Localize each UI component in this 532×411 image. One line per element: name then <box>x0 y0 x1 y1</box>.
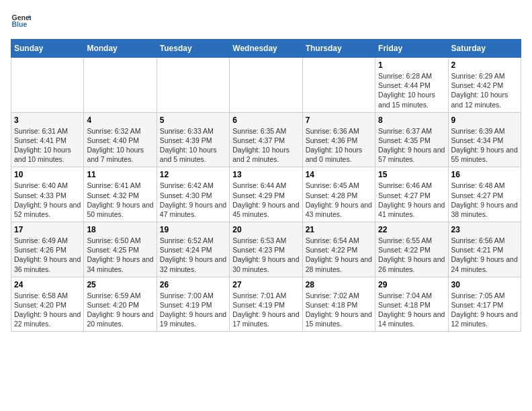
day-of-week-header: Sunday <box>11 40 84 58</box>
day-info: Sunrise: 6:55 AMSunset: 4:22 PMDaylight:… <box>378 236 445 274</box>
calendar-cell: 28Sunrise: 7:02 AMSunset: 4:18 PMDayligh… <box>302 277 375 332</box>
calendar-cell: 13Sunrise: 6:44 AMSunset: 4:29 PMDayligh… <box>230 167 302 222</box>
day-number: 3 <box>14 116 81 125</box>
calendar-cell: 12Sunrise: 6:42 AMSunset: 4:30 PMDayligh… <box>157 167 229 222</box>
day-number: 9 <box>451 116 518 125</box>
calendar-cell: 5Sunrise: 6:33 AMSunset: 4:39 PMDaylight… <box>157 112 229 167</box>
day-info: Sunrise: 6:42 AMSunset: 4:30 PMDaylight:… <box>160 181 226 219</box>
calendar-cell: 4Sunrise: 6:32 AMSunset: 4:40 PMDaylight… <box>84 112 157 167</box>
svg-text:Blue: Blue <box>12 20 28 28</box>
day-info: Sunrise: 6:41 AMSunset: 4:32 PMDaylight:… <box>87 181 153 219</box>
page-header: General Blue <box>11 11 521 31</box>
calendar-week-row: 10Sunrise: 6:40 AMSunset: 4:33 PMDayligh… <box>11 167 521 222</box>
day-number: 10 <box>14 170 81 179</box>
day-info: Sunrise: 6:45 AMSunset: 4:28 PMDaylight:… <box>306 181 372 219</box>
day-of-week-header: Saturday <box>448 40 521 58</box>
calendar-cell: 19Sunrise: 6:52 AMSunset: 4:24 PMDayligh… <box>157 222 229 277</box>
day-number: 14 <box>306 170 372 179</box>
calendar-cell <box>11 58 84 113</box>
day-info: Sunrise: 6:29 AMSunset: 4:42 PMDaylight:… <box>451 71 518 109</box>
day-info: Sunrise: 6:56 AMSunset: 4:21 PMDaylight:… <box>451 236 518 274</box>
day-info: Sunrise: 6:28 AMSunset: 4:44 PMDaylight:… <box>378 71 445 109</box>
calendar-cell: 30Sunrise: 7:05 AMSunset: 4:17 PMDayligh… <box>448 277 521 332</box>
calendar-cell: 3Sunrise: 6:31 AMSunset: 4:41 PMDaylight… <box>11 112 84 167</box>
calendar-cell: 11Sunrise: 6:41 AMSunset: 4:32 PMDayligh… <box>84 167 157 222</box>
day-number: 11 <box>87 170 153 179</box>
calendar-cell: 27Sunrise: 7:01 AMSunset: 4:19 PMDayligh… <box>230 277 302 332</box>
day-number: 20 <box>232 225 299 234</box>
day-info: Sunrise: 6:52 AMSunset: 4:24 PMDaylight:… <box>160 236 226 274</box>
day-info: Sunrise: 6:50 AMSunset: 4:25 PMDaylight:… <box>87 236 153 274</box>
calendar-week-row: 1Sunrise: 6:28 AMSunset: 4:44 PMDaylight… <box>11 58 521 113</box>
day-number: 22 <box>378 225 445 234</box>
day-of-week-header: Friday <box>375 40 448 58</box>
day-number: 1 <box>378 60 445 70</box>
day-number: 30 <box>451 280 518 289</box>
calendar-cell: 1Sunrise: 6:28 AMSunset: 4:44 PMDaylight… <box>375 58 448 113</box>
calendar-cell: 7Sunrise: 6:36 AMSunset: 4:36 PMDaylight… <box>302 112 375 167</box>
day-number: 19 <box>160 225 226 234</box>
calendar-cell: 14Sunrise: 6:45 AMSunset: 4:28 PMDayligh… <box>302 167 375 222</box>
calendar-cell <box>84 58 157 113</box>
day-info: Sunrise: 6:46 AMSunset: 4:27 PMDaylight:… <box>378 181 445 219</box>
day-number: 4 <box>87 116 153 125</box>
day-number: 26 <box>160 280 226 289</box>
day-number: 12 <box>160 170 226 179</box>
day-number: 17 <box>14 225 81 234</box>
day-of-week-header: Tuesday <box>157 40 229 58</box>
calendar-cell: 24Sunrise: 6:58 AMSunset: 4:20 PMDayligh… <box>11 277 84 332</box>
day-info: Sunrise: 7:01 AMSunset: 4:19 PMDaylight:… <box>232 291 299 329</box>
calendar-cell: 2Sunrise: 6:29 AMSunset: 4:42 PMDaylight… <box>448 58 521 113</box>
calendar-cell: 21Sunrise: 6:54 AMSunset: 4:22 PMDayligh… <box>302 222 375 277</box>
day-info: Sunrise: 6:58 AMSunset: 4:20 PMDaylight:… <box>14 291 81 329</box>
day-number: 21 <box>306 225 372 234</box>
day-number: 5 <box>160 116 226 125</box>
day-number: 15 <box>378 170 445 179</box>
calendar-cell: 8Sunrise: 6:37 AMSunset: 4:35 PMDaylight… <box>375 112 448 167</box>
day-number: 25 <box>87 280 153 289</box>
day-number: 6 <box>232 116 299 125</box>
day-info: Sunrise: 7:00 AMSunset: 4:19 PMDaylight:… <box>160 291 226 329</box>
day-of-week-header: Thursday <box>302 40 375 58</box>
day-number: 16 <box>451 170 518 179</box>
logo-icon: General Blue <box>11 11 31 31</box>
day-number: 13 <box>232 170 299 179</box>
day-number: 18 <box>87 225 153 234</box>
day-info: Sunrise: 7:04 AMSunset: 4:18 PMDaylight:… <box>378 291 445 329</box>
day-info: Sunrise: 6:37 AMSunset: 4:35 PMDaylight:… <box>378 126 445 165</box>
calendar-table: SundayMondayTuesdayWednesdayThursdayFrid… <box>11 39 521 332</box>
day-info: Sunrise: 6:33 AMSunset: 4:39 PMDaylight:… <box>160 126 226 165</box>
calendar-cell <box>230 58 302 113</box>
calendar-cell: 10Sunrise: 6:40 AMSunset: 4:33 PMDayligh… <box>11 167 84 222</box>
calendar-cell: 9Sunrise: 6:39 AMSunset: 4:34 PMDaylight… <box>448 112 521 167</box>
day-info: Sunrise: 6:59 AMSunset: 4:20 PMDaylight:… <box>87 291 153 329</box>
day-info: Sunrise: 6:31 AMSunset: 4:41 PMDaylight:… <box>14 126 81 165</box>
calendar-cell: 20Sunrise: 6:53 AMSunset: 4:23 PMDayligh… <box>230 222 302 277</box>
calendar-cell: 18Sunrise: 6:50 AMSunset: 4:25 PMDayligh… <box>84 222 157 277</box>
day-number: 2 <box>451 60 518 70</box>
day-info: Sunrise: 6:54 AMSunset: 4:22 PMDaylight:… <box>306 236 372 274</box>
day-number: 24 <box>14 280 81 289</box>
day-info: Sunrise: 6:49 AMSunset: 4:26 PMDaylight:… <box>14 236 81 274</box>
calendar-cell: 22Sunrise: 6:55 AMSunset: 4:22 PMDayligh… <box>375 222 448 277</box>
day-number: 7 <box>306 116 372 125</box>
calendar-cell: 6Sunrise: 6:35 AMSunset: 4:37 PMDaylight… <box>230 112 302 167</box>
calendar-cell: 15Sunrise: 6:46 AMSunset: 4:27 PMDayligh… <box>375 167 448 222</box>
calendar-week-row: 24Sunrise: 6:58 AMSunset: 4:20 PMDayligh… <box>11 277 521 332</box>
calendar-cell: 25Sunrise: 6:59 AMSunset: 4:20 PMDayligh… <box>84 277 157 332</box>
day-info: Sunrise: 6:39 AMSunset: 4:34 PMDaylight:… <box>451 126 518 165</box>
calendar-cell <box>302 58 375 113</box>
calendar-cell: 23Sunrise: 6:56 AMSunset: 4:21 PMDayligh… <box>448 222 521 277</box>
day-info: Sunrise: 6:48 AMSunset: 4:27 PMDaylight:… <box>451 181 518 219</box>
day-number: 29 <box>378 280 445 289</box>
day-of-week-header: Monday <box>84 40 157 58</box>
day-info: Sunrise: 7:05 AMSunset: 4:17 PMDaylight:… <box>451 291 518 329</box>
calendar-cell: 16Sunrise: 6:48 AMSunset: 4:27 PMDayligh… <box>448 167 521 222</box>
day-number: 28 <box>306 280 372 289</box>
calendar-header-row: SundayMondayTuesdayWednesdayThursdayFrid… <box>11 40 521 58</box>
calendar-week-row: 3Sunrise: 6:31 AMSunset: 4:41 PMDaylight… <box>11 112 521 167</box>
day-info: Sunrise: 6:32 AMSunset: 4:40 PMDaylight:… <box>87 126 153 165</box>
day-info: Sunrise: 7:02 AMSunset: 4:18 PMDaylight:… <box>306 291 372 329</box>
day-of-week-header: Wednesday <box>230 40 302 58</box>
day-number: 23 <box>451 225 518 234</box>
